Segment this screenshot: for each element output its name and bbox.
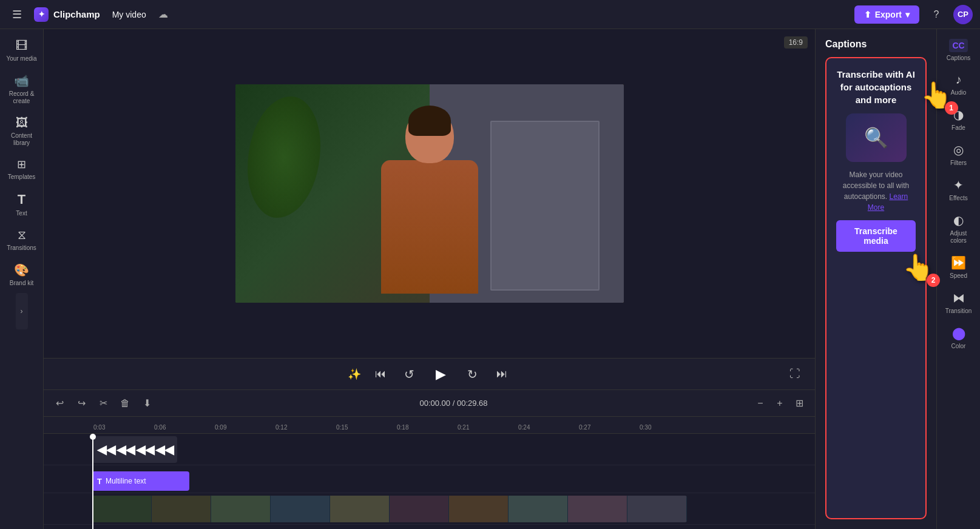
delete-button[interactable]: 🗑 — [117, 395, 133, 412]
audio-track-content: ♪ Right away — [92, 525, 815, 529]
ruler-tick: 0:24 — [517, 424, 578, 431]
sidebar-item-label-brand-kit: Brand kit — [10, 280, 33, 287]
transitions-icon: ⧖ — [18, 228, 26, 242]
play-button[interactable]: ▶ — [429, 362, 453, 386]
speed-tool-label: Speed — [950, 272, 967, 280]
video-thumb-1 — [92, 496, 152, 522]
video-thumb-3 — [211, 496, 271, 522]
right-tool-audio[interactable]: ♪ Audio — [939, 68, 978, 101]
ruler-tick: 0:27 — [578, 424, 638, 431]
cut-button[interactable]: ✂ — [95, 395, 112, 412]
ruler-tick: 0:15 — [335, 424, 396, 431]
user-avatar-button[interactable]: CP — [953, 5, 973, 24]
skip-forward-button[interactable]: ⏭ — [492, 365, 512, 384]
audio-tool-icon: ♪ — [956, 73, 962, 87]
right-tool-captions[interactable]: CC Captions — [939, 34, 978, 67]
ai-search-icon: 🔍 — [864, 126, 888, 149]
export-dropdown-icon: ▾ — [905, 10, 910, 19]
export-label: Export — [875, 10, 902, 19]
help-button[interactable]: ? — [927, 5, 946, 24]
right-tool-transition[interactable]: ⧓ Transition — [939, 286, 978, 320]
arrow-frame-3: ◀◀ — [136, 442, 154, 457]
transcribe-btn-wrapper: Transcribe media 👆 2 — [836, 220, 916, 252]
replay-button[interactable]: ↺ — [400, 365, 419, 384]
right-tool-adjust-colors[interactable]: ◐ Adjust colors — [939, 208, 978, 249]
sidebar-item-your-media[interactable]: 🎞 Your media — [2, 34, 41, 67]
captions-panel-title: Captions — [825, 39, 927, 50]
sidebar-item-text[interactable]: T Text — [2, 187, 41, 222]
video-clip[interactable] — [92, 496, 687, 522]
sidebar-item-transitions[interactable]: ⧖ Transitions — [2, 223, 41, 257]
export-button[interactable]: ⬆ Export ▾ — [854, 5, 919, 24]
playhead[interactable] — [92, 434, 93, 529]
cloud-sync-icon: ☁ — [158, 8, 168, 20]
captions-description: Make your video accessible to all with a… — [836, 169, 916, 213]
right-tool-fade[interactable]: ◑ Fade — [939, 103, 978, 136]
sidebar-item-content-library[interactable]: 🖼 Content library — [2, 111, 41, 152]
ruler-tick: 0:09 — [214, 424, 274, 431]
sidebar-item-label-text: Text — [16, 210, 27, 217]
video-thumb-2 — [152, 496, 211, 522]
record-icon: 📹 — [14, 73, 29, 88]
transition-tool-label: Transition — [945, 308, 972, 315]
ruler-tick: 0:21 — [456, 424, 517, 431]
fullscreen-button[interactable]: ⛶ — [789, 368, 800, 380]
right-tool-filters[interactable]: ◎ Filters — [939, 138, 978, 172]
sidebar-item-brand-kit[interactable]: 🎨 Brand kit — [2, 258, 41, 292]
ruler-tick: 0:03 — [92, 424, 153, 431]
text-track-row: T Multiline text — [44, 465, 815, 493]
ruler-tick: 0:06 — [153, 424, 214, 431]
ruler-tick: 0:18 — [396, 424, 456, 431]
text-clip[interactable]: T Multiline text — [92, 471, 189, 491]
filters-tool-icon: ◎ — [953, 143, 964, 157]
center-area: 16:9 — [44, 29, 815, 529]
topbar: ☰ ✦ Clipchamp My video ☁ ⬆ Export ▾ ? CP — [0, 0, 980, 29]
audio-track-row: ♪ Right away — [44, 525, 815, 529]
app-name: Clipchamp — [53, 9, 100, 19]
redo-button[interactable]: ↪ — [73, 395, 90, 412]
video-thumb-7 — [449, 496, 509, 522]
arrow-frame-4: ◀◀ — [155, 442, 174, 457]
export-icon: ⬆ — [864, 10, 871, 19]
video-title-input[interactable]: My video — [107, 7, 151, 22]
video-thumb-8 — [509, 496, 568, 522]
undo-button[interactable]: ↩ — [51, 395, 68, 412]
fade-tool-icon: ◑ — [953, 107, 964, 122]
effects-tool-icon: ✦ — [953, 178, 964, 192]
text-icon: T — [18, 192, 25, 207]
sidebar-item-label-content-library: Content library — [5, 132, 39, 147]
adjust-colors-tool-icon: ◐ — [953, 213, 964, 227]
door-decoration — [490, 121, 600, 291]
person-head — [405, 109, 454, 163]
transcribe-media-button[interactable]: Transcribe media — [836, 220, 916, 252]
timeline-ruler: 0:03 0:06 0:09 0:12 0:15 0:18 0:21 0:24 … — [44, 417, 815, 434]
arrows-clip[interactable]: ◀◀ ◀◀ ◀◀ ◀◀ — [92, 436, 177, 463]
captions-card: Transcribe with AI for autocaptions and … — [825, 57, 927, 519]
zoom-in-button[interactable]: + — [771, 395, 788, 412]
right-tool-effects[interactable]: ✦ Effects — [939, 173, 978, 207]
sidebar-item-record[interactable]: 📹 Record & create — [2, 69, 41, 110]
zoom-out-button[interactable]: − — [752, 395, 769, 412]
right-tool-speed[interactable]: ⏩ Speed — [939, 251, 978, 285]
text-clip-label: Multiline text — [106, 477, 146, 485]
time-separator: / — [453, 399, 457, 408]
hamburger-button[interactable]: ☰ — [7, 5, 27, 24]
expand-timeline-button[interactable]: ⊞ — [791, 395, 808, 412]
timeline-area: ↩ ↪ ✂ 🗑 ⬇ 00:00.00 / 00:29.68 − + ⊞ — [44, 389, 815, 529]
save-frame-button[interactable]: ⬇ — [138, 395, 155, 412]
sidebar-collapse-button[interactable]: › — [16, 293, 28, 329]
ruler-tick: 0:30 — [638, 424, 699, 431]
sidebar-item-templates[interactable]: ⊞ Templates — [2, 153, 41, 186]
right-tool-color[interactable]: ⬤ Color — [939, 321, 978, 355]
main-area: 🎞 Your media 📹 Record & create 🖼 Content… — [0, 29, 980, 529]
sidebar-item-label-record: Record & create — [5, 90, 39, 105]
arrows-track-row: ◀◀ ◀◀ ◀◀ ◀◀ — [44, 434, 815, 465]
person-hair — [408, 106, 451, 136]
aspect-ratio-badge: 16:9 — [784, 36, 808, 49]
forward-button[interactable]: ↻ — [463, 365, 482, 384]
skip-back-button[interactable]: ⏮ — [371, 365, 390, 384]
adjust-colors-tool-label: Adjust colors — [942, 230, 976, 244]
fade-tool-label: Fade — [951, 124, 965, 132]
text-track-content: T Multiline text — [92, 465, 815, 493]
magic-button[interactable]: ✨ — [348, 368, 361, 381]
